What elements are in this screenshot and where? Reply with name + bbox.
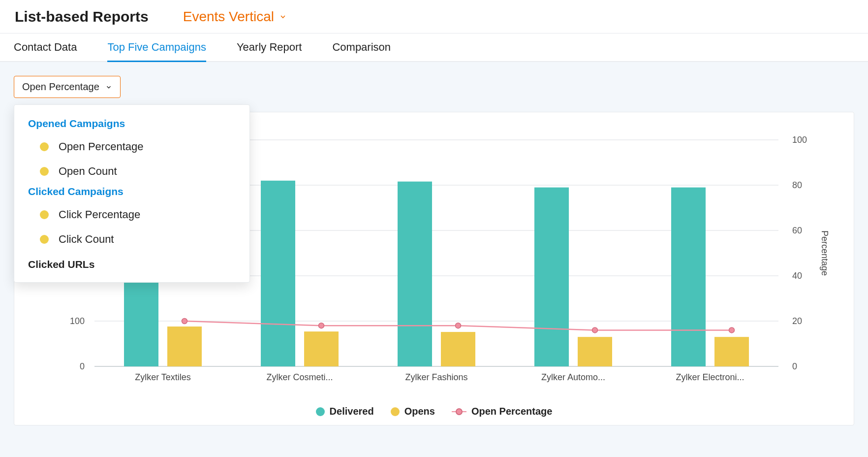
svg-point-31 [182, 319, 187, 324]
legend-open-percentage[interactable]: Open Percentage [452, 406, 553, 417]
legend-delivered[interactable]: Delivered [316, 406, 374, 417]
dropdown-item-open-count[interactable]: Open Count [18, 159, 246, 184]
svg-text:Zylker Electroni...: Zylker Electroni... [676, 372, 744, 382]
svg-rect-22 [398, 182, 432, 366]
bullet-icon [40, 210, 49, 219]
bullet-icon [40, 167, 49, 176]
svg-text:Zylker Automo...: Zylker Automo... [541, 372, 605, 382]
metric-dropdown-panel: Opened Campaigns Open Percentage Open Co… [14, 104, 250, 283]
tab-comparison[interactable]: Comparison [332, 33, 391, 62]
svg-rect-29 [714, 337, 749, 366]
tab-contact-data[interactable]: Contact Data [14, 33, 77, 62]
svg-text:Zylker Textiles: Zylker Textiles [135, 372, 191, 382]
metric-select-label: Open Percentage [22, 81, 99, 93]
dropdown-item-click-percentage[interactable]: Click Percentage [18, 202, 246, 227]
svg-point-33 [456, 323, 461, 328]
svg-text:80: 80 [792, 180, 802, 190]
tab-row: Contact Data Top Five Campaigns Yearly R… [0, 33, 868, 62]
page-title: List-based Reports [15, 8, 149, 25]
dropdown-group-opened: Opened Campaigns [18, 116, 246, 134]
svg-text:0: 0 [792, 361, 797, 371]
svg-rect-17 [167, 326, 202, 366]
dropdown-item-open-percentage[interactable]: Open Percentage [18, 134, 246, 159]
svg-point-35 [729, 327, 735, 333]
dropdown-item-clicked-urls[interactable]: Clicked URLs [18, 252, 246, 270]
content-area: Open Percentage Opened Campaigns Open Pe… [0, 62, 868, 457]
legend-swatch-icon [316, 407, 325, 416]
svg-rect-23 [441, 332, 475, 366]
svg-text:Percentage: Percentage [820, 230, 830, 276]
svg-text:0: 0 [80, 361, 85, 371]
chevron-down-icon [105, 84, 112, 91]
svg-text:100: 100 [792, 135, 807, 145]
chart-legend: Delivered Opens Open Percentage [23, 406, 845, 417]
legend-swatch-icon [391, 407, 400, 416]
svg-rect-25 [534, 188, 569, 366]
chevron-down-icon [279, 13, 287, 21]
metric-select-button[interactable]: Open Percentage [14, 76, 121, 98]
tab-top-five-campaigns[interactable]: Top Five Campaigns [107, 33, 206, 62]
svg-rect-28 [671, 188, 706, 366]
legend-opens[interactable]: Opens [391, 406, 435, 417]
svg-point-32 [319, 323, 324, 328]
svg-text:20: 20 [792, 316, 802, 326]
top-bar: List-based Reports Events Vertical [0, 0, 868, 33]
svg-rect-26 [578, 337, 612, 366]
svg-text:Zylker Fashions: Zylker Fashions [405, 372, 467, 382]
svg-text:100: 100 [70, 316, 85, 326]
bullet-icon [40, 235, 49, 244]
svg-text:40: 40 [792, 271, 802, 281]
vertical-selector[interactable]: Events Vertical [183, 9, 287, 25]
tab-yearly-report[interactable]: Yearly Report [237, 33, 302, 62]
dropdown-item-click-count[interactable]: Click Count [18, 227, 246, 252]
dropdown-group-clicked: Clicked Campaigns [18, 184, 246, 202]
bullet-icon [40, 142, 49, 151]
legend-line-icon [452, 409, 466, 415]
svg-rect-20 [304, 331, 339, 366]
svg-point-34 [592, 327, 598, 333]
vertical-selector-label: Events Vertical [183, 9, 274, 25]
svg-text:60: 60 [792, 226, 802, 235]
svg-text:Zylker Cosmeti...: Zylker Cosmeti... [266, 372, 333, 382]
svg-rect-19 [261, 181, 295, 366]
